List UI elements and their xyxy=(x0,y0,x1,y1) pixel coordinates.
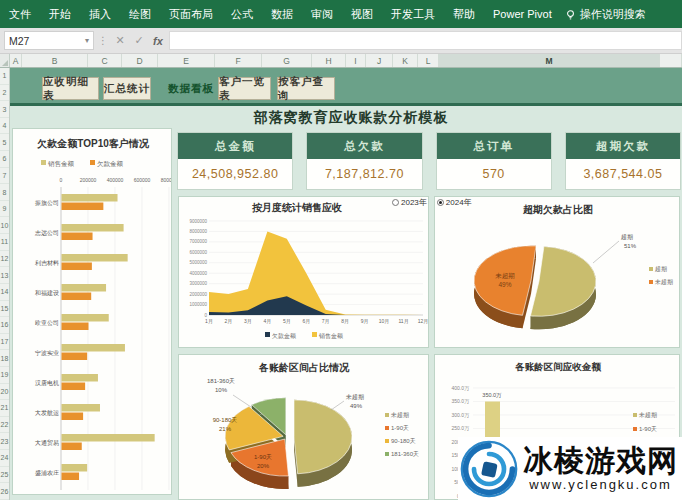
svg-text:利吉材料: 利吉材料 xyxy=(34,260,59,267)
svg-text:350.0万: 350.0万 xyxy=(482,392,502,398)
column-header-L[interactable]: L xyxy=(418,54,439,67)
row-header-19[interactable]: 19 xyxy=(0,367,9,384)
row-header-26[interactable]: 26 xyxy=(0,483,9,500)
row-header-9[interactable]: 9 xyxy=(0,201,9,218)
ribbon-tab-11[interactable]: Power Pivot xyxy=(484,0,561,28)
sheet-nav-客户一览表[interactable]: 客户一览表 xyxy=(218,77,271,100)
column-header-M[interactable]: M xyxy=(439,54,660,67)
name-box-dropdown-icon[interactable]: ▾ xyxy=(85,36,89,45)
kpi-card-0: 总金额24,508,952.80 xyxy=(178,133,292,189)
ribbon-tab-10[interactable]: 帮助 xyxy=(444,0,484,28)
ribbon-tab-4[interactable]: 页面布局 xyxy=(160,0,222,28)
svg-text:超期: 超期 xyxy=(655,266,667,273)
tell-me-search[interactable]: 操作说明搜索 xyxy=(565,7,646,22)
svg-text:志远公司: 志远公司 xyxy=(34,229,59,236)
column-header-A[interactable]: A xyxy=(10,54,22,67)
sheet-nav-应收明细表[interactable]: 应收明细表 xyxy=(42,77,99,100)
row-header-11[interactable]: 11 xyxy=(0,234,9,251)
ribbon-tab-2[interactable]: 插入 xyxy=(80,0,120,28)
separator-dots-icon: ⋮ xyxy=(97,35,109,46)
row-header-25[interactable]: 25 xyxy=(0,467,9,484)
row-header-10[interactable]: 10 xyxy=(0,217,9,234)
row-header-6[interactable]: 6 xyxy=(0,151,9,168)
row-header-22[interactable]: 22 xyxy=(0,417,9,434)
ribbon-tab-5[interactable]: 公式 xyxy=(222,0,262,28)
column-header-J[interactable]: J xyxy=(366,54,393,67)
svg-text:8月: 8月 xyxy=(341,318,349,325)
column-header-F[interactable]: F xyxy=(215,54,262,67)
row-header-16[interactable]: 16 xyxy=(0,317,9,334)
row-header-13[interactable]: 13 xyxy=(0,267,9,284)
row-header-15[interactable]: 15 xyxy=(0,301,9,318)
watermark-title: 冰棱游戏网 xyxy=(519,445,682,477)
column-header-H[interactable]: H xyxy=(312,54,346,67)
sheet-nav-汇总统计[interactable]: 汇总统计 xyxy=(103,77,151,100)
column-header-overflow xyxy=(660,54,682,67)
column-header-K[interactable]: K xyxy=(393,54,418,67)
ribbon-tab-9[interactable]: 开发工具 xyxy=(382,0,444,28)
row-header-20[interactable]: 20 xyxy=(0,384,9,401)
row-header-4[interactable]: 4 xyxy=(0,118,9,135)
row-header-12[interactable]: 12 xyxy=(0,251,9,268)
svg-text:未超期: 未超期 xyxy=(495,272,515,280)
kpi-cards: 总金额24,508,952.80总欠款7,187,812.70总订单570超期欠… xyxy=(178,133,680,189)
svg-text:181-360天: 181-360天 xyxy=(391,451,419,457)
svg-text:8000000: 8000000 xyxy=(189,229,207,234)
kpi-value: 7,187,812.70 xyxy=(307,159,421,189)
select-all-corner[interactable] xyxy=(0,54,10,67)
row-header-24[interactable]: 24 xyxy=(0,450,9,467)
ribbon-tabs: 文件开始插入绘图页面布局公式数据审阅视图开发工具帮助Power Pivot 操作… xyxy=(0,0,682,28)
kpi-card-2: 总订单570 xyxy=(437,133,551,189)
year-radio-2024年[interactable]: 2024年 xyxy=(437,197,472,208)
aging-pie-chart: 各账龄区间占比情况未超期1-90天90-180天181-360天未超期49%1-… xyxy=(179,355,428,499)
kpi-value: 3,687,544.05 xyxy=(566,159,680,189)
row-header-5[interactable]: 5 xyxy=(0,134,9,151)
radio-icon[interactable] xyxy=(392,199,399,206)
row-header-1[interactable]: 1 xyxy=(0,68,9,85)
row-header-2[interactable]: 2 xyxy=(0,85,9,102)
ribbon-tab-8[interactable]: 视图 xyxy=(342,0,382,28)
year-radio-2023年[interactable]: 2023年 xyxy=(392,197,427,208)
svg-text:2月: 2月 xyxy=(225,318,233,325)
row-header-21[interactable]: 21 xyxy=(0,400,9,417)
svg-text:350.0万: 350.0万 xyxy=(451,398,470,404)
column-header-E[interactable]: E xyxy=(158,54,215,67)
watermark-logo-icon xyxy=(459,439,519,499)
row-header-14[interactable]: 14 xyxy=(0,284,9,301)
kpi-label: 总欠款 xyxy=(307,133,421,159)
row-header-7[interactable]: 7 xyxy=(0,168,9,185)
ribbon-tab-7[interactable]: 审阅 xyxy=(302,0,342,28)
radio-icon[interactable] xyxy=(437,199,444,206)
row-header-8[interactable]: 8 xyxy=(0,184,9,201)
row-header-17[interactable]: 17 xyxy=(0,334,9,351)
year-radio-label: 2023年 xyxy=(401,197,427,208)
ribbon-tab-0[interactable]: 文件 xyxy=(0,0,40,28)
svg-text:5月: 5月 xyxy=(283,318,291,325)
ribbon-tab-6[interactable]: 数据 xyxy=(262,0,302,28)
column-header-C[interactable]: C xyxy=(88,54,122,67)
panel-aging-pie: 各账龄区间占比情况未超期1-90天90-180天181-360天未超期49%1-… xyxy=(178,354,429,500)
ribbon-tab-3[interactable]: 绘图 xyxy=(120,0,160,28)
enter-icon[interactable]: ✓ xyxy=(131,34,147,47)
cancel-icon[interactable]: ✕ xyxy=(112,34,128,47)
row-header-3[interactable]: 3 xyxy=(0,101,9,118)
ribbon-tab-1[interactable]: 开始 xyxy=(40,0,80,28)
row-header-18[interactable]: 18 xyxy=(0,350,9,367)
svg-text:3月: 3月 xyxy=(244,318,252,325)
svg-text:汉唐电机: 汉唐电机 xyxy=(35,379,59,387)
svg-text:大发航运: 大发航运 xyxy=(35,409,59,417)
insert-function-icon[interactable]: fx xyxy=(150,35,166,47)
formula-input[interactable] xyxy=(169,31,682,50)
column-header-I[interactable]: I xyxy=(346,54,366,67)
sheet-nav-按客户查询[interactable]: 按客户查询 xyxy=(277,77,335,100)
svg-text:销售金额: 销售金额 xyxy=(318,332,343,339)
sheet-nav-数据看板[interactable]: 数据看板 xyxy=(166,77,216,100)
name-box[interactable]: M27 ▾ xyxy=(4,31,94,50)
column-header-D[interactable]: D xyxy=(122,54,158,67)
column-header-G[interactable]: G xyxy=(262,54,312,67)
svg-text:销售金额: 销售金额 xyxy=(47,160,75,168)
svg-text:4000000: 4000000 xyxy=(189,271,207,276)
svg-text:400000: 400000 xyxy=(107,177,124,183)
column-header-B[interactable]: B xyxy=(22,54,88,67)
row-header-23[interactable]: 23 xyxy=(0,433,9,450)
